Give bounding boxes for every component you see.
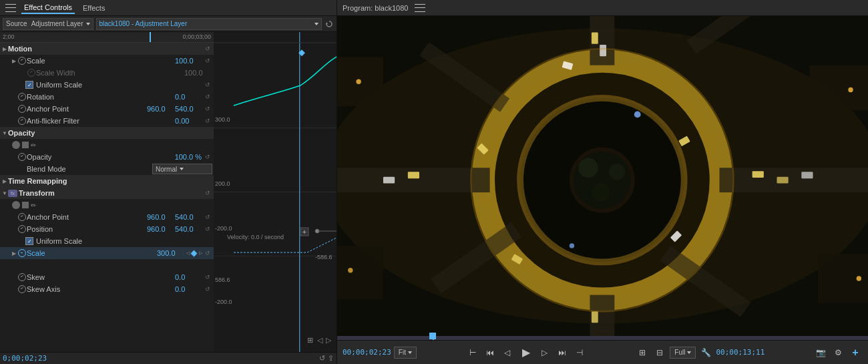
t-position-value2[interactable]: 540.0 xyxy=(175,225,202,233)
opacity-expand[interactable]: ▼ xyxy=(1,130,8,136)
quality-label: Full xyxy=(674,349,685,356)
play-button[interactable]: ▶ xyxy=(517,344,535,361)
motion-section-header[interactable]: ▶ Motion ↺ xyxy=(0,43,214,55)
svg-rect-21 xyxy=(337,168,490,192)
export-icon[interactable]: ⇪ xyxy=(328,354,334,363)
t-scale-value[interactable]: 300.0 xyxy=(157,249,184,257)
panel-header: Effect Controls Effects xyxy=(0,0,337,16)
scale-value[interactable]: 100.0 xyxy=(175,57,202,65)
anchor-point-row: Anchor Point 960.0 540.0 ↺ xyxy=(0,103,214,115)
antiflicker-reset[interactable]: ↺ xyxy=(203,116,212,126)
anchor-reset[interactable]: ↺ xyxy=(203,104,212,114)
add-button[interactable]: + xyxy=(848,345,863,360)
wrench-icon[interactable]: 🔧 xyxy=(698,345,713,360)
export-frame-button[interactable]: 📷 xyxy=(813,345,828,360)
t-skewaxis-reset[interactable]: ↺ xyxy=(203,285,212,294)
transform-shapes: ✏ xyxy=(12,201,36,209)
transform-section-header[interactable]: ▼ fx Transform ↺ xyxy=(0,187,214,199)
opacity-stopwatch[interactable] xyxy=(17,152,27,162)
motion-expand-arrow[interactable]: ▶ xyxy=(1,46,8,52)
settings-button[interactable]: ⚙ xyxy=(831,345,845,360)
t-skew-stopwatch[interactable] xyxy=(17,272,27,282)
frame-back-button[interactable]: ◁ xyxy=(500,345,515,360)
t-position-reset[interactable]: ↺ xyxy=(203,224,212,234)
next-icon[interactable]: ▷ xyxy=(326,336,332,344)
uniform-scale-checkbox[interactable]: ✓ xyxy=(25,81,33,89)
progress-bar[interactable] xyxy=(337,336,868,340)
opacity-label: Opacity xyxy=(27,153,175,161)
kf-prev[interactable]: ◁ xyxy=(185,248,190,258)
t-position-stopwatch[interactable] xyxy=(17,224,27,234)
scale-stopwatch-icon[interactable] xyxy=(17,56,27,65)
clip-reset-btn[interactable] xyxy=(324,19,334,29)
t-uniform-checkbox[interactable]: ✓ xyxy=(25,237,33,245)
antiflicker-stopwatch[interactable] xyxy=(17,116,27,126)
motion-reset[interactable]: ↺ xyxy=(203,44,212,53)
frame-forward-button[interactable]: ▷ xyxy=(537,345,552,360)
playhead xyxy=(150,32,151,42)
tl-end: 0;00;03;00 xyxy=(182,33,211,40)
filter-icon[interactable]: ⊞ xyxy=(307,336,313,344)
t-anchor-reset[interactable]: ↺ xyxy=(203,212,212,222)
panel-menu-icon[interactable] xyxy=(5,4,16,12)
transform-reset[interactable]: ↺ xyxy=(203,188,212,198)
svg-rect-28 xyxy=(408,172,419,178)
t-anchor-stopwatch[interactable] xyxy=(17,212,27,222)
monitor-menu-icon[interactable] xyxy=(415,4,425,12)
anchor-value2[interactable]: 540.0 xyxy=(175,105,202,113)
t-skew-reset[interactable]: ↺ xyxy=(203,272,212,282)
blend-mode-dropdown[interactable]: Normal xyxy=(152,164,212,174)
step-back-button[interactable]: ⏮ xyxy=(483,345,497,360)
transform-label: Transform xyxy=(19,189,203,197)
kf-next[interactable]: ▷ xyxy=(198,248,203,258)
goto-in-button[interactable]: ⊢ xyxy=(465,345,480,360)
fit-dropdown-arrow xyxy=(408,351,412,354)
svg-rect-25 xyxy=(752,171,764,178)
transform-expand[interactable]: ▼ xyxy=(1,190,8,196)
opacity-section-header[interactable]: ▼ Opacity xyxy=(0,127,214,139)
scale-expand[interactable]: ▶ xyxy=(11,58,17,64)
t-skew-row: Skew 0.0 ↺ xyxy=(0,271,214,283)
t-skewaxis-value[interactable]: 0.0 xyxy=(175,285,202,293)
opacity-reset[interactable]: ↺ xyxy=(203,152,212,162)
rotation-value[interactable]: 0.0 xyxy=(175,93,202,101)
add-kf-plus: + xyxy=(302,228,306,236)
video-playhead-marker xyxy=(429,333,436,339)
t-skewaxis-stopwatch[interactable] xyxy=(17,285,27,294)
t-anchor-value2[interactable]: 540.0 xyxy=(175,213,202,221)
goto-out-button[interactable]: ⊣ xyxy=(572,345,587,360)
antiflicker-value[interactable]: 0.00 xyxy=(175,117,202,125)
fit-dropdown[interactable]: Fit xyxy=(394,347,417,359)
keyframe-diamond[interactable] xyxy=(191,250,198,256)
svg-point-38 xyxy=(609,164,626,180)
t-skew-value[interactable]: 0.0 xyxy=(175,273,202,281)
step-forward-button[interactable]: ⏭ xyxy=(555,345,570,360)
prev-icon[interactable]: ◁ xyxy=(317,336,323,344)
overwrite-button[interactable]: ⊟ xyxy=(652,345,667,360)
rotation-stopwatch[interactable] xyxy=(17,92,27,102)
tab-effect-controls[interactable]: Effect Controls xyxy=(21,2,75,14)
svg-point-37 xyxy=(578,158,598,177)
opacity-value[interactable]: 100.0 % xyxy=(175,153,202,161)
quality-dropdown[interactable]: Full xyxy=(670,347,696,359)
anchor-value[interactable]: 960.0 xyxy=(147,105,174,113)
t-skew-label: Skew xyxy=(27,273,175,281)
tab-effects[interactable]: Effects xyxy=(80,3,107,13)
time-remap-expand[interactable]: ▶ xyxy=(1,178,8,184)
scale-reset[interactable]: ↺ xyxy=(203,56,212,65)
t-scale-stopwatch[interactable] xyxy=(17,248,27,258)
tl-start: 2;00 xyxy=(3,33,15,40)
clip-name-dropdown[interactable]: black1080 - Adjustment Layer xyxy=(96,18,322,30)
time-remap-header[interactable]: ▶ Time Remapping xyxy=(0,175,214,187)
loop-icon[interactable]: ↺ xyxy=(319,354,325,363)
quality-dropdown-arrow xyxy=(687,351,691,354)
insert-button[interactable]: ⊞ xyxy=(635,345,650,360)
t-anchor-value[interactable]: 960.0 xyxy=(147,213,174,221)
t-position-value[interactable]: 960.0 xyxy=(147,225,174,233)
t-scale-reset[interactable]: ↺ xyxy=(203,248,212,258)
rotation-label: Rotation xyxy=(27,93,175,101)
anchor-stopwatch[interactable] xyxy=(17,104,27,114)
uniform-scale-reset[interactable]: ↺ xyxy=(203,80,212,89)
source-dropdown[interactable]: Source Adjustment Layer xyxy=(3,18,93,30)
rotation-reset[interactable]: ↺ xyxy=(203,92,212,102)
